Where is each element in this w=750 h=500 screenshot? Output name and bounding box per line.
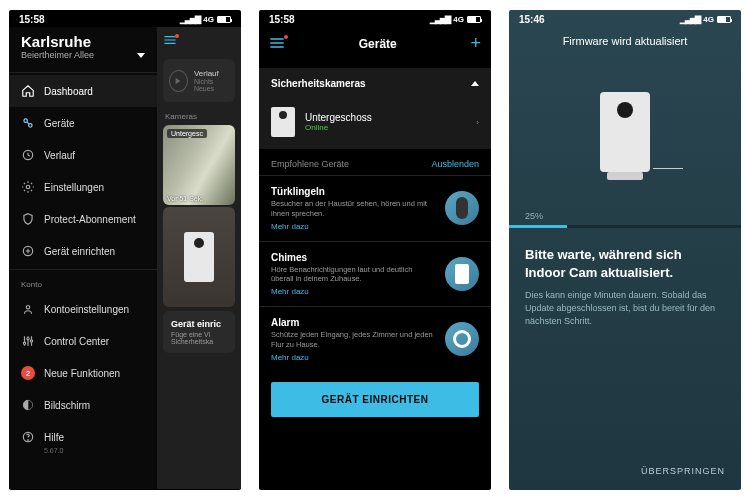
account-section-label: Konto bbox=[9, 272, 157, 293]
chevron-right-icon: › bbox=[476, 118, 479, 127]
signal-icon: ▁▃▅▇ bbox=[680, 15, 700, 24]
rec-chimes[interactable]: Chimes Höre Benachrichtigungen laut und … bbox=[259, 241, 491, 307]
svg-point-3 bbox=[26, 185, 30, 189]
status-indicators: ▁▃▅▇ 4G bbox=[430, 15, 481, 24]
svg-point-8 bbox=[30, 340, 32, 342]
nav-drawer: Karlsruhe Beiertheimer Allee Dashboard G… bbox=[9, 27, 157, 489]
device-illustration bbox=[509, 61, 741, 211]
nav-control-center[interactable]: Control Center bbox=[9, 325, 157, 357]
plus-circle-icon bbox=[21, 244, 35, 258]
doorbell-icon bbox=[445, 191, 479, 225]
status-time: 15:46 bbox=[519, 14, 545, 25]
battery-icon bbox=[467, 16, 481, 23]
history-card[interactable]: Verlauf Nichts Neues bbox=[163, 59, 235, 102]
status-bar: 15:46 ▁▃▅▇ 4G bbox=[509, 10, 741, 27]
security-cameras-section: Sicherheitskameras Untergeschoss Online … bbox=[259, 68, 491, 149]
new-features-badge: 2 bbox=[21, 366, 35, 380]
more-link[interactable]: Mehr dazu bbox=[271, 222, 435, 231]
nav-new-features[interactable]: 2 Neue Funktionen bbox=[9, 357, 157, 389]
network-label: 4G bbox=[453, 15, 464, 24]
play-icon bbox=[169, 70, 188, 92]
indoor-cam-icon bbox=[600, 92, 650, 172]
svg-point-6 bbox=[23, 342, 25, 344]
page-title: Geräte bbox=[359, 37, 397, 51]
skip-button[interactable]: ÜBERSPRINGEN bbox=[641, 466, 725, 476]
nav-account: Kontoeinstellungen Control Center 2 Neue… bbox=[9, 293, 157, 453]
setup-device-card[interactable]: Gerät einric Füge eine Vi Sicherheitska bbox=[163, 311, 235, 353]
dashboard-peek: Verlauf Nichts Neues Kameras Untergesc V… bbox=[157, 27, 241, 489]
chime-icon bbox=[445, 257, 479, 291]
home-icon bbox=[21, 84, 35, 98]
status-time: 15:58 bbox=[19, 14, 45, 25]
battery-icon bbox=[717, 16, 731, 23]
more-link[interactable]: Mehr dazu bbox=[271, 287, 435, 296]
chevron-up-icon bbox=[471, 81, 479, 86]
section-header[interactable]: Sicherheitskameras bbox=[259, 68, 491, 99]
rec-doorbells[interactable]: Türklingeln Besucher an der Haustür sehe… bbox=[259, 175, 491, 241]
nav-settings[interactable]: Einstellungen bbox=[9, 171, 157, 203]
location-subtitle[interactable]: Beiertheimer Allee bbox=[9, 50, 157, 70]
status-bar: 15:58 ▁▃▅▇ 4G bbox=[9, 10, 241, 27]
nav-account-settings[interactable]: Kontoeinstellungen bbox=[9, 293, 157, 325]
devices-icon bbox=[21, 116, 35, 130]
signal-icon: ▁▃▅▇ bbox=[430, 15, 450, 24]
shield-icon bbox=[21, 212, 35, 226]
nav-devices[interactable]: Geräte bbox=[9, 107, 157, 139]
location-title[interactable]: Karlsruhe bbox=[9, 27, 157, 50]
sliders-icon bbox=[21, 334, 35, 348]
svg-point-11 bbox=[28, 440, 29, 441]
camera-tile-2[interactable] bbox=[163, 207, 235, 307]
menu-icon[interactable] bbox=[163, 35, 177, 47]
add-device-button[interactable]: + bbox=[470, 33, 481, 54]
gear-icon bbox=[21, 180, 35, 194]
screen-sidebar: 15:58 ▁▃▅▇ 4G Karlsruhe Beiertheimer All… bbox=[9, 10, 241, 490]
nav-protect[interactable]: Protect-Abonnement bbox=[9, 203, 157, 235]
menu-icon[interactable] bbox=[269, 37, 285, 51]
more-link[interactable]: Mehr dazu bbox=[271, 353, 435, 362]
device-row-basement[interactable]: Untergeschoss Online › bbox=[259, 99, 491, 149]
progress-bar bbox=[509, 225, 741, 228]
screen-firmware-update: 15:46 ▁▃▅▇ 4G Firmware wird aktualisiert… bbox=[509, 10, 741, 490]
hide-button[interactable]: Ausblenden bbox=[431, 159, 479, 169]
nav-setup-device[interactable]: Gerät einrichten bbox=[9, 235, 157, 267]
update-body: Dies kann einige Minuten dauern. Sobald … bbox=[509, 289, 741, 328]
status-online: Online bbox=[305, 123, 466, 132]
progress-percent: 25% bbox=[509, 211, 741, 225]
status-indicators: ▁▃▅▇ 4G bbox=[180, 15, 231, 24]
nav-dashboard[interactable]: Dashboard bbox=[9, 75, 157, 107]
alarm-icon bbox=[445, 322, 479, 356]
nav-screen[interactable]: Bildschirm bbox=[9, 389, 157, 421]
battery-icon bbox=[217, 16, 231, 23]
update-title: Firmware wird aktualisiert bbox=[509, 27, 741, 61]
rec-alarm[interactable]: Alarm Schütze jeden Eingang, jedes Zimme… bbox=[259, 306, 491, 372]
svg-point-7 bbox=[27, 338, 29, 340]
moon-icon bbox=[21, 398, 35, 412]
status-indicators: ▁▃▅▇ 4G bbox=[680, 15, 731, 24]
app-version: 5.67.0 bbox=[9, 447, 157, 454]
camera-tile-1[interactable]: Untergesc Vor 51 Sek. bbox=[163, 125, 235, 205]
progress-bar-fill bbox=[509, 225, 567, 228]
camera-icon bbox=[271, 107, 295, 137]
history-icon bbox=[21, 148, 35, 162]
help-icon bbox=[21, 430, 35, 444]
network-label: 4G bbox=[703, 15, 714, 24]
setup-device-button[interactable]: GERÄT EINRICHTEN bbox=[271, 382, 479, 417]
update-heading: Bitte warte, während sich Indoor Cam akt… bbox=[509, 246, 741, 289]
screen-devices: 15:58 ▁▃▅▇ 4G Geräte + Sicherheitskamera… bbox=[259, 10, 491, 490]
status-bar: 15:58 ▁▃▅▇ 4G bbox=[259, 10, 491, 27]
devices-header: Geräte + bbox=[259, 27, 491, 62]
nav-primary: Dashboard Geräte Verlauf Einstellungen P… bbox=[9, 75, 157, 267]
signal-icon: ▁▃▅▇ bbox=[180, 15, 200, 24]
user-icon bbox=[21, 302, 35, 316]
chevron-down-icon bbox=[137, 53, 145, 58]
recommended-header: Empfohlene Geräte Ausblenden bbox=[259, 149, 491, 175]
status-time: 15:58 bbox=[269, 14, 295, 25]
nav-history[interactable]: Verlauf bbox=[9, 139, 157, 171]
network-label: 4G bbox=[203, 15, 214, 24]
svg-point-5 bbox=[26, 306, 30, 310]
cameras-label: Kameras bbox=[157, 106, 241, 123]
